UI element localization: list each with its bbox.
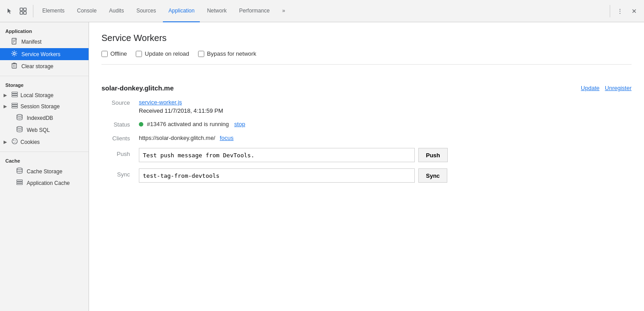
inspect-icon[interactable] [17, 5, 29, 17]
sidebar-item-service-workers-label: Service Workers [21, 51, 61, 57]
sidebar-item-clear-storage-label: Clear storage [21, 63, 53, 70]
sidebar-item-manifest-label: Manifest [21, 39, 41, 45]
update-on-reload-option[interactable]: Update on reload [136, 50, 189, 57]
push-label: Push [101, 148, 137, 157]
page-title: Service Workers [101, 33, 632, 43]
sidebar-item-web-sql[interactable]: Web SQL [0, 124, 89, 136]
cursor-icon[interactable] [4, 5, 16, 17]
arrow-icon-cookies: ▶ [4, 139, 9, 144]
offline-label: Offline [110, 50, 127, 57]
options-row: Offline Update on reload Bypass for netw… [101, 50, 632, 65]
status-value: #13476 activated and is running stop [139, 120, 632, 128]
sidebar-item-cookies[interactable]: ▶ Cookies [0, 136, 89, 148]
doc-icon [11, 38, 18, 46]
status-dot [139, 122, 143, 127]
svg-point-23 [15, 140, 16, 141]
svg-rect-17 [12, 105, 18, 106]
close-icon[interactable]: ✕ [628, 5, 640, 17]
bypass-for-network-option[interactable]: Bypass for network [198, 50, 256, 57]
trash-icon [11, 62, 18, 70]
push-button[interactable]: Push [418, 148, 448, 162]
storage-divider [0, 76, 89, 76]
sync-label: Sync [101, 168, 137, 178]
sidebar-item-web-sql-label: Web SQL [27, 127, 50, 133]
source-value: service-worker.js Received 11/7/2018, 4:… [139, 99, 632, 114]
sidebar-item-cookies-label: Cookies [20, 139, 40, 145]
tab-elements[interactable]: Elements [37, 0, 70, 22]
worker-actions: Update Unregister [581, 85, 632, 91]
svg-rect-13 [12, 92, 18, 94]
svg-point-25 [16, 142, 16, 143]
source-label: Source [101, 99, 137, 106]
toolbar-icons [4, 5, 33, 17]
tab-performance[interactable]: Performance [234, 0, 275, 22]
update-on-reload-label: Update on reload [145, 50, 189, 57]
tab-audits[interactable]: Audits [104, 0, 129, 22]
arrow-icon-session-storage: ▶ [4, 104, 9, 109]
focus-link[interactable]: focus [220, 135, 234, 141]
svg-rect-1 [24, 8, 26, 11]
sidebar-storage-header: Storage [0, 80, 89, 90]
sidebar-item-session-storage[interactable]: ▶ Session Storage [0, 101, 89, 112]
cookies-icon [12, 138, 18, 146]
clients-label: Clients [101, 134, 137, 142]
svg-rect-9 [12, 64, 16, 68]
sidebar-item-indexeddb[interactable]: IndexedDB [0, 112, 89, 124]
svg-rect-14 [12, 94, 18, 95]
sidebar-item-local-storage[interactable]: ▶ Local Storage [0, 90, 89, 101]
svg-point-21 [12, 139, 17, 144]
cache-divider [0, 151, 89, 152]
content-panel: Service Workers Offline Update on reload… [89, 22, 644, 311]
sidebar-item-cache-storage-label: Cache Storage [27, 168, 62, 175]
session-storage-icon [12, 103, 18, 110]
sidebar-item-clear-storage[interactable]: Clear storage [0, 60, 89, 72]
worker-origin: solar-donkey.glitch.me [101, 84, 174, 92]
main-layout: Application Manifest [0, 22, 644, 311]
sync-button[interactable]: Sync [418, 168, 447, 183]
tab-sources[interactable]: Sources [131, 0, 161, 22]
offline-option[interactable]: Offline [101, 50, 127, 57]
svg-rect-3 [24, 12, 26, 14]
sidebar-item-application-cache-label: Application Cache [27, 180, 70, 186]
sidebar-item-cache-storage[interactable]: Cache Storage [0, 165, 89, 177]
sidebar-item-local-storage-label: Local Storage [20, 92, 53, 98]
sidebar-application-header: Application [0, 26, 89, 36]
svg-point-8 [13, 53, 16, 55]
push-value: Push [139, 148, 632, 162]
worker-entry: solar-donkey.glitch.me Update Unregister… [101, 77, 632, 190]
tab-network[interactable]: Network [202, 0, 232, 22]
clients-url: https://solar-donkey.glitch.me/ [139, 135, 215, 141]
status-label: Status [101, 120, 137, 128]
status-text: #13476 activated and is running [147, 121, 229, 127]
sync-input[interactable] [139, 168, 415, 183]
svg-rect-18 [12, 107, 18, 108]
worker-header: solar-donkey.glitch.me Update Unregister [101, 84, 632, 92]
source-file-link[interactable]: service-worker.js [139, 99, 182, 106]
clients-value: https://solar-donkey.glitch.me/ focus [139, 134, 632, 142]
svg-point-22 [13, 140, 14, 141]
offline-checkbox[interactable] [101, 51, 108, 57]
svg-rect-0 [20, 8, 23, 11]
tab-console[interactable]: Console [72, 0, 102, 22]
tab-application[interactable]: Application [163, 0, 200, 22]
update-link[interactable]: Update [581, 85, 599, 91]
toolbar: Elements Console Audits Sources Applicat… [0, 0, 644, 22]
sidebar-item-manifest[interactable]: Manifest [0, 36, 89, 48]
more-options-icon[interactable]: ⋮ [614, 5, 626, 17]
bypass-for-network-checkbox[interactable] [198, 51, 204, 57]
tab-more[interactable]: » [277, 0, 291, 22]
push-input[interactable] [139, 148, 415, 162]
arrow-icon-local-storage: ▶ [4, 93, 9, 98]
svg-rect-2 [20, 12, 23, 14]
svg-rect-27 [17, 180, 23, 181]
bypass-for-network-label: Bypass for network [207, 50, 256, 57]
svg-rect-15 [12, 96, 18, 97]
sidebar-item-session-storage-label: Session Storage [20, 103, 60, 110]
update-on-reload-checkbox[interactable] [136, 51, 142, 57]
svg-rect-16 [12, 103, 18, 105]
unregister-link[interactable]: Unregister [605, 85, 632, 91]
sidebar-item-application-cache[interactable]: Application Cache [0, 177, 89, 188]
stop-link[interactable]: stop [234, 121, 245, 127]
sidebar-item-service-workers[interactable]: Service Workers [0, 48, 89, 60]
svg-point-24 [14, 142, 15, 143]
